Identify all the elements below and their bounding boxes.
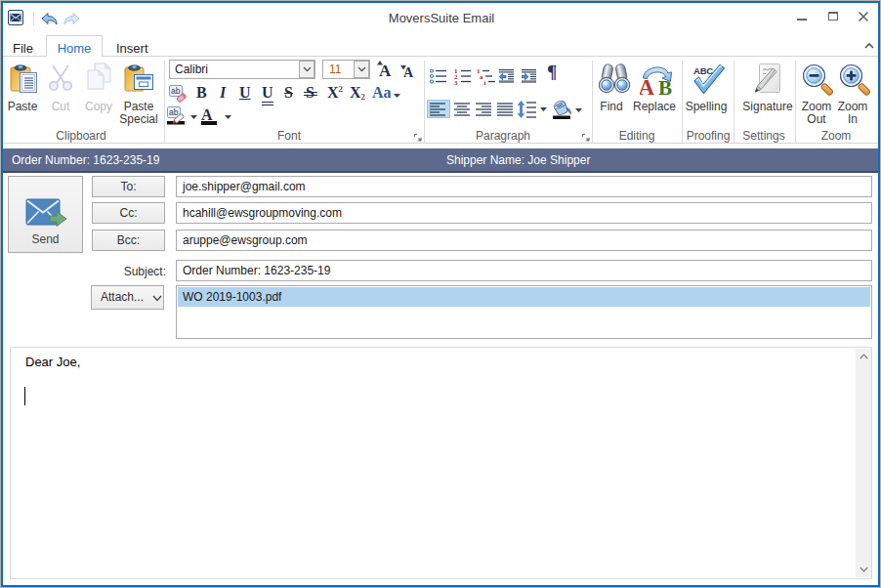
svg-text:3: 3 — [454, 79, 458, 85]
svg-text:a: a — [480, 73, 483, 81]
svg-text:ab: ab — [169, 107, 179, 117]
svg-text:A: A — [640, 75, 655, 98]
svg-text:i: i — [484, 79, 486, 85]
svg-text:ab: ab — [171, 86, 181, 96]
svg-text:B: B — [658, 76, 672, 98]
svg-text:ABC: ABC — [693, 65, 713, 76]
